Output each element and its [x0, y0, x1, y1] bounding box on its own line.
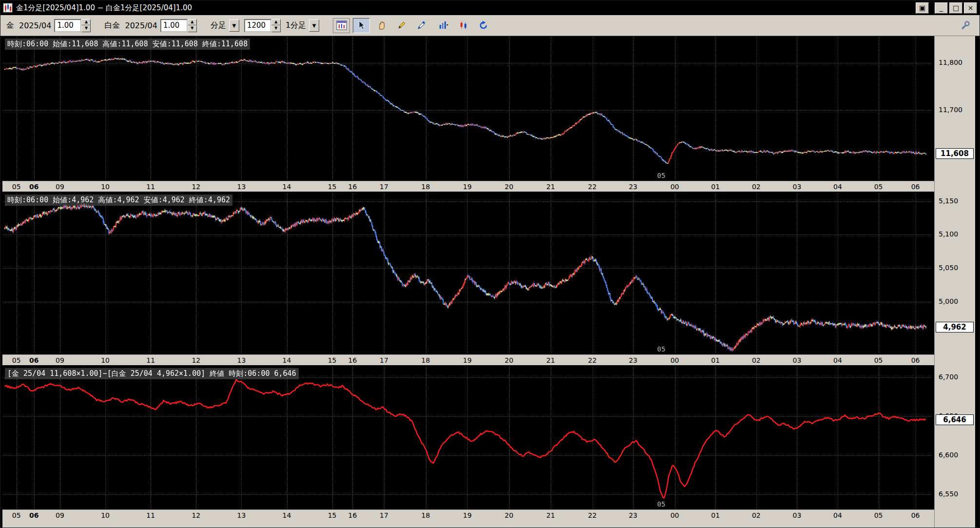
time-tick-label: 09 [56, 511, 64, 519]
price-tick-label: 5,100 [935, 230, 975, 238]
time-tick-label: 21 [546, 511, 555, 519]
time-tick-label: 09 [56, 183, 64, 191]
last-price-box: 11,608 [936, 148, 974, 159]
pen-tool-button[interactable] [413, 18, 430, 33]
close-button[interactable]: × [964, 2, 977, 14]
bar-count-input[interactable] [244, 19, 271, 32]
candlestick-icon [459, 20, 468, 30]
price-tick-label: 6,550 [935, 490, 975, 498]
settings-wrench-button[interactable] [957, 18, 974, 33]
time-tick-label: 22 [588, 511, 597, 519]
time-tick-label: 00 [671, 356, 679, 364]
time-tick-label: 01 [711, 356, 720, 364]
spin-up-button[interactable]: ▲ [271, 19, 281, 26]
time-tick-label: 05 [12, 511, 21, 519]
time-tick-label: 00 [671, 183, 679, 191]
maximize-button[interactable]: □ [949, 2, 962, 14]
time-tick-label: 17 [380, 183, 388, 191]
time-tick-label: 16 [348, 511, 357, 519]
time-tick-label: 18 [422, 356, 430, 364]
window-title: 金1分足[2025/04]1.00 − 白金1分足[2025/04]1.00 [16, 3, 914, 13]
pen-icon [417, 20, 426, 30]
time-tick-label: 11 [146, 511, 155, 519]
time-tick-label: 19 [463, 511, 472, 519]
time-tick-label: 12 [192, 356, 200, 364]
time-tick-label: 02 [752, 183, 761, 191]
popout-button[interactable]: ▣ [916, 2, 929, 14]
spread-time-axis: 0506091011121314151617181920212223000102… [2, 509, 975, 528]
time-tick-label: 15 [328, 183, 337, 191]
time-tick-label: 15 [328, 511, 337, 519]
time-tick-label: 00 [671, 511, 679, 519]
spin-down-button[interactable]: ▼ [188, 25, 197, 32]
time-tick-label: 12 [192, 183, 200, 191]
candlestick-style-button[interactable] [455, 18, 472, 33]
spread-chart-panel: [金 25/04 11,608×1.00]−[白金 25/04 4,962×1.… [2, 367, 932, 509]
gold-multiplier-spinner: ▲ ▼ [54, 19, 91, 32]
last-price-box: 6,646 [936, 414, 974, 425]
price-tick-label: 6,700 [935, 373, 975, 381]
gold-multiplier-input[interactable] [54, 19, 81, 32]
time-tick-label: 06 [911, 511, 920, 519]
time-tick-label: 06 [911, 183, 920, 191]
chart-region: 時刻:06:00 始値:11,608 高値:11,608 安値:11,608 終… [0, 36, 980, 528]
platinum-multiplier-input[interactable] [160, 19, 188, 32]
price-tick-label: 11,700 [935, 106, 975, 114]
gold-candlestick-canvas[interactable] [2, 37, 932, 180]
gold-label: 金 [6, 20, 14, 31]
refresh-button[interactable] [475, 18, 492, 33]
price-tick-label: 5,150 [935, 197, 975, 205]
spin-down-button[interactable]: ▼ [81, 25, 91, 32]
pencil-icon [397, 20, 406, 30]
platinum-time-axis: 0506091011121314151617181920212223000102… [2, 354, 975, 365]
platinum-label: 白金 [104, 20, 120, 31]
interval-dropdown-button[interactable]: ▼ [229, 20, 239, 32]
time-tick-label: 13 [237, 511, 246, 519]
time-tick-label: 13 [237, 183, 246, 191]
select-tool-button[interactable] [353, 18, 370, 33]
time-tick-label: 16 [348, 356, 357, 364]
time-tick-label: 21 [546, 183, 555, 191]
spin-down-button[interactable]: ▼ [271, 25, 281, 32]
spread-line-canvas[interactable] [2, 367, 932, 509]
timeframe-dropdown-button[interactable]: ▼ [309, 20, 319, 32]
time-tick-label: 18 [422, 511, 430, 519]
time-tick-label: 23 [629, 356, 637, 364]
chart-window-tool-button[interactable] [333, 18, 350, 33]
time-tick-label: 19 [463, 356, 472, 364]
time-tick-label: 05 [874, 183, 883, 191]
time-tick-label: 13 [237, 356, 246, 364]
pencil-tool-button[interactable] [393, 18, 410, 33]
time-tick-label: 10 [101, 356, 110, 364]
last-price-box: 4,962 [936, 322, 974, 332]
time-tick-label: 20 [505, 511, 514, 519]
time-tick-label: 04 [833, 183, 842, 191]
time-tick-label: 20 [505, 356, 514, 364]
bar-chart-icon [439, 20, 448, 30]
time-tick-label: 05 [874, 511, 883, 519]
time-tick-label: 23 [629, 511, 637, 519]
indicator-dropdown-button[interactable] [435, 18, 452, 33]
price-tick-label: 5,000 [935, 297, 975, 305]
time-tick-label: 19 [463, 183, 472, 191]
platinum-ohlc-readout: 時刻:06:00 始値:4,962 高値:4,962 安値:4,962 終値:4… [5, 195, 232, 206]
gold-month-label: 2025/04 [19, 21, 51, 30]
time-tick-label: 06 [29, 183, 38, 191]
time-tick-label: 04 [833, 511, 842, 519]
time-tick-label: 22 [588, 183, 597, 191]
platinum-candlestick-canvas[interactable] [2, 193, 932, 354]
price-tick-label: 11,800 [935, 59, 975, 66]
minimize-button[interactable]: _ [935, 2, 948, 14]
time-tick-label: 03 [792, 511, 801, 519]
time-tick-label: 17 [380, 356, 388, 364]
title-bar[interactable]: 金1分足[2025/04]1.00 − 白金1分足[2025/04]1.00 ▣… [0, 0, 980, 15]
gold-time-axis: 0506091011121314151617181920212223000102… [2, 181, 975, 192]
refresh-icon [479, 20, 488, 30]
time-tick-label: 01 [711, 511, 720, 519]
spin-up-button[interactable]: ▲ [81, 19, 91, 26]
spin-up-button[interactable]: ▲ [188, 19, 197, 26]
time-tick-label: 11 [146, 183, 155, 191]
price-tick-label: 5,050 [935, 264, 975, 272]
time-tick-label: 02 [752, 511, 761, 519]
pan-tool-button[interactable] [373, 18, 390, 33]
